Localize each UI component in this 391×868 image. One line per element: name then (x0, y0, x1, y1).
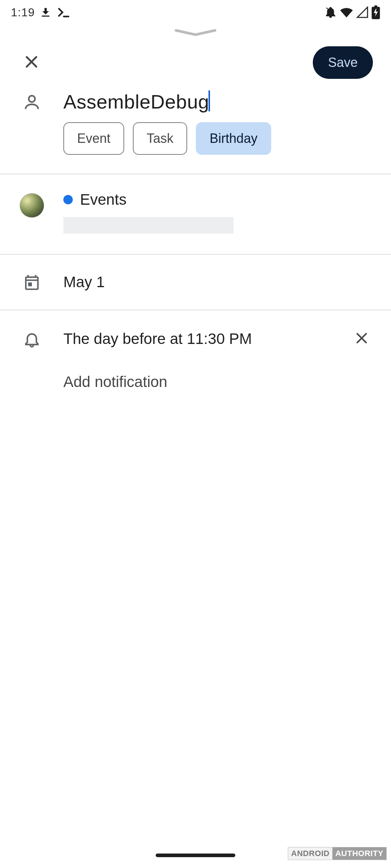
add-notification-label: Add notification (63, 373, 373, 391)
type-chips-row: Event Task Birthday (0, 122, 391, 174)
svg-point-0 (29, 96, 35, 102)
person-icon (22, 93, 41, 113)
calendar-color-dot (63, 195, 73, 204)
remove-notification-button[interactable] (349, 326, 374, 352)
bell-icon (23, 330, 41, 350)
calendar-name: Events (80, 191, 126, 208)
close-button[interactable] (15, 46, 48, 79)
battery-icon (371, 5, 380, 19)
chip-event[interactable]: Event (63, 122, 124, 155)
status-bar-left: 1:19 (11, 5, 71, 20)
notification-label: The day before at 11:30 PM (63, 330, 349, 348)
close-icon (23, 54, 40, 72)
status-bar: 1:19 (0, 0, 391, 25)
watermark-right: AUTHORITY (332, 847, 386, 860)
calendar-icon (23, 273, 41, 293)
chip-birthday[interactable]: Birthday (196, 122, 271, 155)
date-label: May 1 (63, 273, 373, 291)
status-clock: 1:19 (11, 6, 35, 19)
type-chips: Event Task Birthday (63, 122, 373, 155)
title-text: AssembleDebug (63, 91, 209, 112)
close-icon (354, 331, 369, 347)
cellular-icon (356, 6, 369, 18)
add-notification-row[interactable]: Add notification (0, 362, 391, 407)
avatar (20, 193, 44, 218)
watermark: ANDROID AUTHORITY (288, 847, 387, 860)
wifi-icon (340, 5, 353, 19)
watermark-left: ANDROID (288, 847, 332, 860)
mute-icon (324, 6, 337, 18)
action-row: Save (0, 43, 391, 86)
status-bar-right (324, 5, 380, 19)
navigation-pill[interactable] (156, 854, 235, 857)
calendar-account-placeholder (63, 217, 234, 234)
drag-handle[interactable] (0, 28, 391, 43)
title-row: AssembleDebug (0, 86, 391, 127)
calendar-row[interactable]: Events (0, 174, 391, 254)
save-button[interactable]: Save (313, 46, 373, 79)
text-caret (209, 90, 210, 111)
chip-task[interactable]: Task (133, 122, 187, 155)
notification-row[interactable]: The day before at 11:30 PM (0, 310, 391, 362)
terminal-icon (56, 5, 71, 20)
date-row[interactable]: May 1 (0, 255, 391, 310)
title-input[interactable]: AssembleDebug (63, 90, 373, 113)
download-icon (39, 6, 52, 19)
